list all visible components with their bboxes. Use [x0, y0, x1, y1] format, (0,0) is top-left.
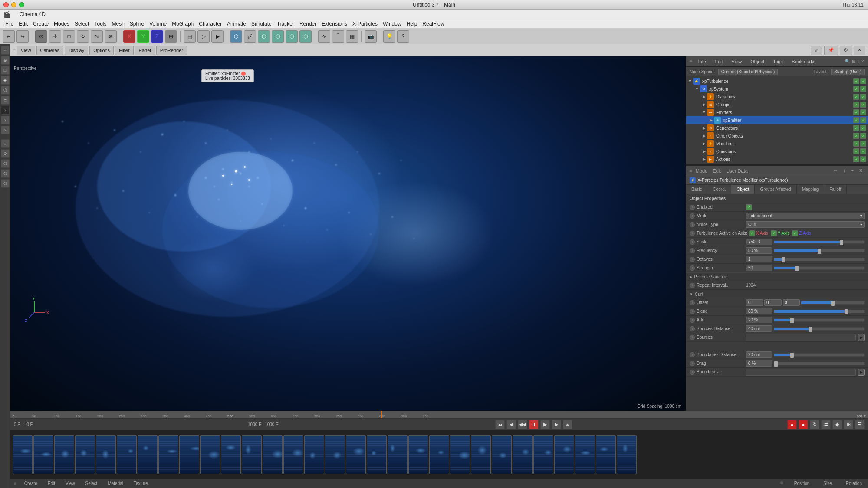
bounce-btn[interactable]: ⇄	[821, 420, 831, 429]
sort-icon[interactable]: ↕	[857, 59, 859, 64]
bottom-tab-texture[interactable]: Texture	[131, 480, 151, 487]
prop-slider-octaves[interactable]	[774, 258, 865, 261]
paint-mode-button[interactable]: □	[63, 30, 75, 43]
flow-btn[interactable]: ⬡	[286, 30, 298, 43]
prop-slider-handle-sources-dist[interactable]	[809, 327, 812, 332]
tree-check-vis-questions[interactable]	[853, 148, 859, 154]
left-tool-9[interactable]: $	[1, 126, 10, 134]
redo-button[interactable]: ↪	[16, 30, 29, 43]
frame-cell-14[interactable]	[304, 435, 324, 474]
tree-item-xpsystem[interactable]: ▼ ⚙ xpSystem	[686, 85, 868, 93]
prop-slider-handle-drag[interactable]	[774, 361, 778, 367]
prop-checkbox-enabled[interactable]: ✓	[746, 204, 752, 210]
prop-slider-handle-boundaries-dist[interactable]	[790, 353, 794, 358]
prop-info-octaves[interactable]: i	[690, 257, 695, 262]
sources-arrow-icon[interactable]: ▶	[858, 334, 865, 341]
prop-info-boundaries[interactable]: i	[690, 370, 695, 375]
prop-section-periodic[interactable]: ▶ Periodic Variation	[686, 272, 868, 281]
props-back-btn[interactable]: ←	[832, 167, 840, 174]
prop-slider-scale[interactable]	[774, 240, 865, 244]
prop-offset-x[interactable]: 0	[746, 299, 763, 306]
tab-bookmarks[interactable]: Bookmarks	[789, 58, 818, 65]
close-button[interactable]	[3, 2, 9, 7]
prop-slider-offset[interactable]	[801, 301, 865, 305]
left-tool-7[interactable]: $	[1, 106, 10, 115]
menu-file[interactable]: File	[3, 20, 15, 28]
frame-cell-27[interactable]	[575, 435, 595, 474]
boundaries-arrow-icon[interactable]: ▶	[858, 369, 865, 376]
menu-cinema4d[interactable]: Cinema 4D	[18, 10, 47, 18]
menu-volume[interactable]: Volume	[148, 20, 168, 28]
prop-slider-handle-octaves[interactable]	[782, 257, 785, 262]
transform-tab-position[interactable]: Position	[792, 480, 812, 487]
filter-icon[interactable]: ⊞	[852, 59, 855, 64]
tab-edit[interactable]: Edit	[712, 58, 726, 65]
spline-btn[interactable]: ⌒	[332, 30, 344, 43]
display-btn[interactable]: Display	[65, 46, 88, 55]
motion-clip-btn[interactable]: ⊞	[844, 420, 853, 429]
props-mode-label[interactable]: Mode	[694, 167, 710, 174]
tree-item-groups[interactable]: ▶ ⊞ Groups	[686, 101, 868, 108]
tree-check-render-other-objects[interactable]	[860, 133, 866, 139]
axis-z-checkbox[interactable]: ✓	[792, 230, 798, 236]
timeline-layout-btn[interactable]: ☰	[855, 420, 865, 429]
prop-info-boundaries-dist[interactable]: i	[690, 352, 695, 357]
scale-mode-button[interactable]: ⤡	[91, 30, 103, 43]
frame-cell-21[interactable]	[450, 435, 470, 474]
world-space-btn[interactable]: ⊞	[165, 30, 177, 43]
tree-item-xpturbulence[interactable]: ▼ ⚡ xpTurbulence	[686, 77, 868, 85]
emitter-info-close[interactable]	[241, 72, 246, 76]
props-edit-label[interactable]: Edit	[711, 167, 723, 174]
frame-cell-5[interactable]	[117, 435, 137, 474]
tag-btn[interactable]: ▦	[346, 30, 358, 43]
prop-slider-handle-blend[interactable]	[845, 309, 848, 314]
tree-check-render-xpsystem[interactable]	[860, 86, 866, 92]
y-axis-btn[interactable]: Y	[137, 30, 149, 43]
tree-item-xpemitter[interactable]: ▶ ⊙ xpEmitter	[686, 116, 868, 124]
viewport-expand-btn[interactable]: ⤢	[811, 46, 822, 55]
prop-info-sources[interactable]: i	[690, 335, 695, 340]
object-mode-button[interactable]: ⊙	[35, 30, 47, 43]
menu-select[interactable]: Select	[73, 20, 91, 28]
move-mode-button[interactable]: ⊕	[105, 30, 117, 43]
tree-check-vis-dynamics[interactable]	[853, 94, 859, 100]
prop-slider-drag[interactable]	[774, 362, 865, 365]
menu-mograph[interactable]: MoGraph	[170, 20, 195, 28]
left-tool-8[interactable]: $	[1, 116, 10, 124]
prop-info-repeat[interactable]: i	[690, 283, 695, 288]
frame-cell-13[interactable]	[283, 435, 303, 474]
tree-item-modifiers[interactable]: ▶ ⚡ Modifiers	[686, 140, 868, 147]
props-tab-coord[interactable]: Coord.	[707, 185, 731, 194]
record-btn[interactable]: ●	[787, 420, 797, 429]
tab-file[interactable]: File	[696, 58, 709, 65]
props-tab-basic[interactable]: Basic	[686, 185, 707, 194]
playhead-marker[interactable]	[381, 411, 382, 419]
menu-spline[interactable]: Spline	[128, 20, 146, 28]
frame-cell-15[interactable]	[325, 435, 345, 474]
prop-slider-blend[interactable]	[774, 310, 865, 313]
timeline-ruler[interactable]: 0 50 100 150 200 250 300 350 400 450 500…	[10, 411, 868, 419]
effect-btn[interactable]: ⬡	[299, 30, 312, 43]
prop-input-strength[interactable]: 50	[746, 265, 772, 271]
left-tool-11[interactable]: ⊙	[1, 149, 10, 158]
prop-input-sources-dist[interactable]: 40 cm	[746, 325, 772, 332]
left-tool-12[interactable]: ⬡	[1, 159, 10, 168]
perspective-btn[interactable]: ⬡	[230, 30, 242, 43]
loop-btn[interactable]: ↻	[810, 420, 819, 429]
prop-slider-add[interactable]	[774, 318, 865, 322]
curve-btn[interactable]: ∿	[318, 30, 330, 43]
tree-check-render-xpemitter[interactable]	[860, 117, 866, 123]
prev-frame-btn[interactable]: ◀	[506, 420, 516, 429]
left-tool-3[interactable]: □	[1, 66, 10, 75]
tree-check-render-generators[interactable]	[860, 125, 866, 131]
prop-input-scale[interactable]: 750 %	[746, 239, 772, 245]
viewport-close-btn[interactable]: ✕	[854, 46, 865, 55]
frame-cell-2[interactable]	[54, 435, 74, 474]
menu-edit[interactable]: Edit	[17, 20, 30, 28]
frame-cell-0[interactable]	[13, 435, 33, 474]
prop-input-frequency[interactable]: 50 %	[746, 247, 772, 254]
prop-input-octaves[interactable]: 1	[746, 256, 772, 262]
prop-offset-y[interactable]: 0	[764, 299, 782, 306]
tree-check-vis-groups[interactable]	[853, 102, 859, 108]
bottom-tab-select[interactable]: Select	[83, 480, 100, 487]
